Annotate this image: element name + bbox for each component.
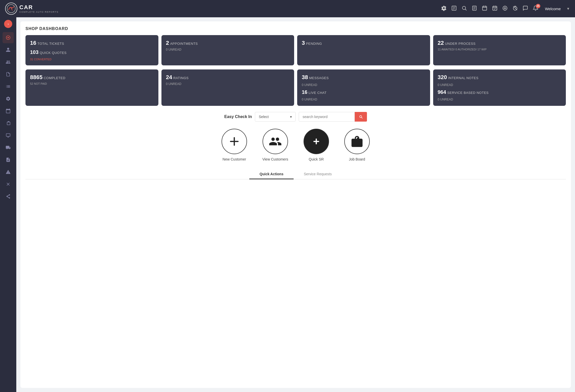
search-button[interactable] [355, 112, 367, 122]
appointment-nav-icon[interactable] [492, 5, 498, 12]
stat-card-completed[interactable]: 8865 COMPLETED 52 NOT PAID [25, 69, 158, 106]
main-content: SHOP DASHBOARD 16 TOTAL TICKETS 103 QUIC… [16, 17, 575, 392]
pending-label: PENDING [306, 42, 322, 46]
messages-num: 38 [302, 74, 308, 80]
appointments-num: 2 [166, 40, 169, 46]
service-notes-unread: 0 UNREAD [438, 98, 562, 101]
live-chat-num: 16 [302, 89, 307, 95]
pending-num: 3 [302, 40, 305, 46]
quick-quotes-label: QUICK QUOTES [40, 51, 67, 55]
svg-rect-7 [483, 6, 487, 10]
welcome-label: Welcome [545, 7, 561, 11]
ratings-label: RATINGS [173, 76, 188, 80]
sidebar-item-notes[interactable] [3, 154, 14, 165]
quick-sr-icon-circle [304, 129, 329, 154]
quick-sr-label: Quick SR [309, 157, 324, 161]
calendar-nav-icon[interactable] [482, 5, 487, 12]
view-customers-label: View Customers [262, 157, 288, 161]
sidebar-item-dashboard[interactable] [3, 32, 14, 43]
brand-name: CAR [19, 4, 59, 11]
stats-grid-row2: 8865 COMPLETED 52 NOT PAID 24 RATINGS 0 … [25, 69, 566, 106]
svg-rect-11 [493, 6, 497, 10]
stat-card-appointments[interactable]: 2 APPOINTMENTS 0 UNREAD [161, 35, 294, 65]
stats-grid: 16 TOTAL TICKETS 103 QUICK QUOTES 31 CON… [25, 35, 566, 65]
stat-card-notes[interactable]: 320 Internal Notes 0 UNREAD 964 Service … [433, 69, 566, 106]
search-nav-icon[interactable] [461, 5, 467, 12]
sidebar-item-briefcase[interactable] [3, 118, 14, 129]
action-icons-row: New Customer View Customers [25, 129, 566, 161]
notification-icon[interactable]: 25 [533, 5, 538, 12]
stat-card-tickets[interactable]: 16 TOTAL TICKETS 103 QUICK QUOTES 31 CON… [25, 35, 158, 65]
easy-checkin-row: Easy Check In Select ▾ [25, 112, 566, 122]
action-new-customer[interactable]: New Customer [222, 129, 247, 161]
chat-nav-icon[interactable] [523, 5, 528, 12]
live-chat-label: LIVE CHAT [309, 91, 327, 95]
page-title: SHOP DASHBOARD [25, 26, 566, 31]
new-customer-label: New Customer [223, 157, 246, 161]
sidebar-item-cancel[interactable] [3, 179, 14, 190]
action-job-board[interactable]: Job Board [344, 129, 370, 161]
under-process-num: 22 [438, 40, 444, 46]
internal-notes-num: 320 [438, 74, 447, 80]
easy-checkin-select[interactable]: Select ▾ [255, 112, 296, 122]
settings-icon[interactable] [441, 5, 447, 12]
select-placeholder: Select [259, 115, 269, 119]
svg-line-5 [465, 9, 466, 10]
timer-nav-icon[interactable] [512, 5, 518, 12]
job-board-label: Job Board [349, 157, 365, 161]
sidebar-item-monitor[interactable] [3, 130, 14, 141]
stat-card-messages[interactable]: 38 MESSAGES 0 UNREAD 16 LIVE CHAT 0 UNRE… [297, 69, 430, 106]
total-tickets-num: 16 [30, 40, 36, 46]
messages-label: MESSAGES [309, 76, 329, 80]
ratings-unread: 0 UNREAD [166, 82, 290, 86]
messages-unread: 0 UNREAD [302, 83, 426, 87]
sidebar-toggle-button[interactable]: › [4, 20, 12, 28]
appointments-label: APPOINTMENTS [170, 42, 198, 46]
sidebar-item-group[interactable] [3, 56, 14, 68]
under-process-detail: 11 AWAITED/ 0 AUTHORIZED/ 17 WIP [438, 48, 562, 51]
converted-label: 31 CONVERTED [30, 58, 154, 61]
sidebar: › [0, 17, 16, 392]
sidebar-item-truck[interactable] [3, 142, 14, 153]
sidebar-item-list[interactable] [3, 81, 14, 92]
stat-card-pending[interactable]: 3 PENDING [297, 35, 430, 65]
action-quick-sr[interactable]: Quick SR [304, 129, 329, 161]
report-icon[interactable] [451, 5, 457, 12]
tab-quick-actions[interactable]: Quick Actions [249, 169, 294, 179]
brand-subtitle: COMPLETE AUTO REPORTS [19, 11, 59, 13]
main-layout: › [0, 17, 575, 392]
action-view-customers[interactable]: View Customers [262, 129, 288, 161]
sidebar-item-share[interactable] [3, 191, 14, 202]
notification-badge: 25 [536, 4, 540, 8]
search-keyword-input[interactable] [299, 112, 355, 122]
user-menu-chevron[interactable]: ▼ [566, 7, 570, 11]
add-nav-icon[interactable] [502, 5, 508, 12]
nav-icons: 25 Welcome ▼ [441, 5, 570, 12]
tabs-row: Quick Actions Service Requests [25, 169, 566, 179]
service-notes-num: 964 [438, 89, 446, 95]
svg-point-20 [8, 37, 9, 38]
sidebar-item-settings[interactable] [3, 93, 14, 104]
stat-card-under-process[interactable]: 22 UNDER PROCESS 11 AWAITED/ 0 AUTHORIZE… [433, 35, 566, 65]
under-process-label: UNDER PROCESS [445, 42, 475, 46]
brand-text: CAR COMPLETE AUTO REPORTS [19, 4, 59, 13]
sidebar-item-warning[interactable] [3, 166, 14, 178]
sidebar-item-document[interactable] [3, 69, 14, 80]
completed-label: COMPLETED [44, 76, 65, 80]
tab-service-requests[interactable]: Service Requests [294, 169, 342, 179]
appointments-unread: 0 UNREAD [166, 48, 290, 51]
ratings-num: 24 [166, 74, 172, 80]
not-paid-label: 52 NOT PAID [30, 82, 154, 85]
stat-card-ratings[interactable]: 24 RATINGS 0 UNREAD [161, 69, 294, 106]
sidebar-item-calendar[interactable] [3, 105, 14, 117]
logo-area: CAR COMPLETE AUTO REPORTS [5, 3, 59, 15]
live-chat-unread: 0 UNREAD [302, 98, 426, 101]
notes-nav-icon[interactable] [472, 5, 477, 12]
select-chevron-icon: ▾ [290, 115, 292, 119]
top-navigation: CAR COMPLETE AUTO REPORTS [0, 0, 575, 17]
sidebar-item-person[interactable] [3, 44, 14, 55]
internal-notes-label: Internal Notes [448, 76, 478, 80]
logo-icon [5, 3, 17, 15]
service-notes-label: Service Based Notes [447, 91, 488, 95]
completed-num: 8865 [30, 74, 43, 80]
